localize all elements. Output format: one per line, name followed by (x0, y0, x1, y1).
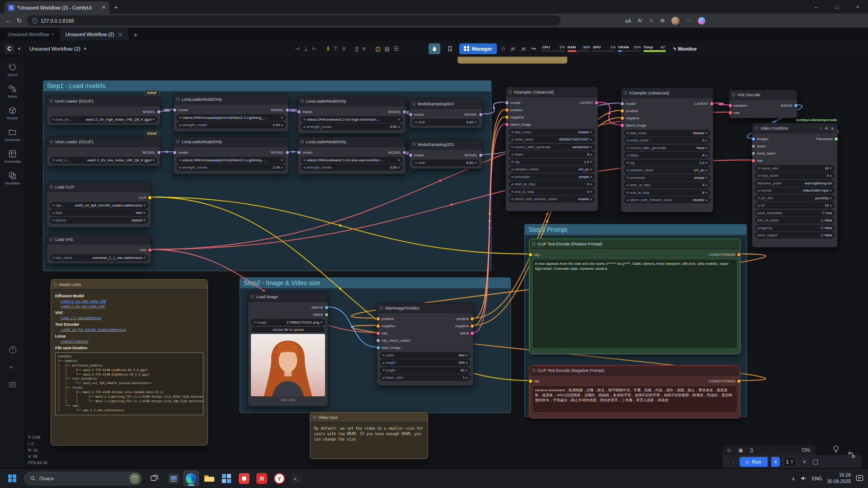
output-port-MODEL[interactable] (479, 154, 482, 157)
logo-caret-icon[interactable]: ▼ (17, 47, 21, 51)
node-header[interactable]: Load CLIP (47, 182, 151, 192)
widget-control_after_generate[interactable]: ◀control_after_generatefixed▶ (624, 145, 710, 151)
widget-strength_model[interactable]: ◀strength_model0.50▶ (301, 164, 403, 171)
widget-noise_seed[interactable]: ◀noise_seed0▶ (624, 137, 710, 144)
align-tool-icon-9[interactable]: ◫ (375, 46, 380, 52)
node-header[interactable]: CLIP Text Encode (Positive Prompt) (529, 239, 740, 249)
align-tool-icon-4[interactable]: ‖ (327, 46, 329, 52)
start-button[interactable] (5, 471, 20, 486)
widget-device[interactable]: ◀devicedefault▶ (50, 217, 148, 224)
logs-icon[interactable] (9, 381, 16, 389)
align-tool-icon-8[interactable]: ≡ (362, 46, 365, 52)
collapse-icon[interactable] (301, 140, 304, 143)
align-tool-icon-7[interactable]: ▯ (355, 46, 359, 52)
dock-drag-handle[interactable]: ⋮⋮ (726, 460, 736, 465)
widget-strength_model[interactable]: ◀strength_model1.00▶ (176, 122, 286, 128)
widget-combo-value[interactable]: ◀videoLORA\oral\wan2.2-i2v-low-oral-inse… (301, 157, 403, 164)
widget-crf[interactable]: ◀crf19▶ (755, 202, 835, 209)
output-port-MODEL[interactable] (479, 113, 482, 116)
collapse-icon[interactable] (301, 99, 304, 103)
output-port-latent[interactable] (471, 332, 474, 335)
widget-return_with_leftover_noise[interactable]: ◀return_with_leftover_noiseenable▶ (509, 196, 595, 202)
add-workflow-icon[interactable]: + (134, 31, 138, 38)
dock-braces-icon[interactable]: {} (750, 448, 753, 453)
node-unetB[interactable]: GGUFUnet Loader (GGUF)MODEL◀unet_n ...wa… (47, 136, 160, 166)
collapse-icon[interactable] (50, 99, 53, 103)
node-pos[interactable]: CLIP Text Encode (Positive Prompt)clipCO… (529, 239, 741, 354)
output-port-IMAGE[interactable] (325, 306, 328, 309)
taskbar-app-edge[interactable] (184, 471, 199, 486)
note-link[interactable]: umt5_xxl_fp8_e4m3fn_scaled.safetensors (61, 328, 203, 332)
widget-combo-value[interactable]: ◀videoLORA\oral\wan2.2-i2v-high-oral-ins… (301, 116, 403, 123)
wire-midpoint-dot[interactable] (774, 121, 776, 123)
input-port-images[interactable] (752, 137, 755, 141)
output-port-negative[interactable] (471, 324, 474, 328)
output-port-MODEL[interactable] (403, 110, 406, 113)
clock[interactable]: 16:2830.09.2025 (827, 472, 851, 484)
node-header[interactable]: CLIP Text Encode (Negative Prompt) (529, 366, 740, 375)
node-header[interactable]: ModelSamplingSD3 (410, 99, 482, 109)
input-port-positive[interactable] (377, 317, 380, 320)
sidebar-item-templates[interactable]: Templates (5, 171, 20, 185)
node-neg[interactable]: CLIP Text Encode (Negative Prompt)clipCO… (529, 365, 741, 418)
node-header[interactable]: KSampler (Advanced) (506, 87, 598, 97)
input-port-negative[interactable] (621, 117, 624, 120)
wire-midpoint-dot[interactable] (546, 213, 548, 216)
output-port-positive[interactable] (471, 317, 474, 320)
upload-button[interactable]: choose file to upload (251, 326, 325, 333)
comfyui-logo[interactable]: C (5, 44, 14, 54)
node-header[interactable]: Load VAE (47, 235, 151, 244)
widget-width[interactable]: ◀width640▶ (380, 352, 471, 359)
collapse-icon[interactable] (50, 140, 53, 143)
widget-return_with_leftover_noise[interactable]: ◀return_with_leftover_noisedisable▶ (624, 197, 710, 203)
node-header[interactable]: LoraLoaderModelOnly (174, 94, 288, 104)
output-port-CLIP[interactable] (148, 196, 151, 199)
taskbar-search[interactable]: Поиск (24, 472, 142, 485)
note-link[interactable]: wan2.2_i2v_high_noise_14B (61, 299, 203, 303)
tray-chevron-icon[interactable]: ∧ (792, 476, 795, 481)
wire-midpoint-dot[interactable] (493, 107, 495, 109)
widget-start_at_step[interactable]: ◀start_at_step0▶ (509, 181, 595, 188)
collections-icon[interactable]: ⊞ (660, 18, 665, 23)
minimap-icon[interactable] (848, 451, 855, 460)
window-maximize-icon[interactable]: □ (826, 0, 847, 14)
note-link[interactable]: wan_2.1_vae.safetensors (61, 316, 203, 320)
input-port-latent_image[interactable] (505, 123, 509, 126)
align-tool-icon-3[interactable]: ⊢ (312, 46, 317, 52)
workflow-tab-1[interactable]: Unsaved Workflow • (2, 28, 60, 41)
widget-filename_prefix[interactable]: filename_prefixwan-lightning-t2v (755, 180, 835, 187)
node-loraC[interactable]: LoraLoaderModelOnlymodelMODEL◀videoLORA\… (173, 136, 289, 174)
widget-sampler_name[interactable]: ◀sampler_nameuni_pc▶ (509, 166, 595, 173)
output-port-LATENT[interactable] (595, 101, 598, 104)
widget-steps[interactable]: ◀steps8▶ (624, 152, 710, 159)
input-port-model[interactable] (173, 151, 176, 154)
input-port-audio[interactable] (752, 145, 755, 148)
run-button[interactable]: ▷ Run (740, 457, 768, 467)
widget-scheduler[interactable]: ◀schedulersimple▶ (509, 174, 595, 180)
input-port-meta_batch[interactable] (752, 152, 755, 155)
node-msA[interactable]: ModelSamplingSD3modelMODEL◀shift5.00▶ (409, 99, 482, 128)
task-view-button[interactable] (146, 471, 162, 486)
widget-clip ...[interactable]: ◀clip ...umt5_xxl_fp8_e4m3fn_scaled.safe… (50, 202, 148, 209)
input-port-clip[interactable] (529, 380, 532, 383)
widget-pix_fmt[interactable]: ◀pix_fmtyuv420p▶ (755, 195, 835, 202)
input-port-clip_vision_output[interactable] (377, 339, 380, 342)
browser-tab[interactable]: C *Unsaved Workflow (2) - ComfyUI ✕ (5, 1, 109, 14)
widget-save_output[interactable]: save_outputfalse (755, 232, 835, 239)
widget-strength_model[interactable]: ◀strength_model1.00▶ (176, 164, 286, 171)
node-loraB[interactable]: LoraLoaderModelOnlymodelMODEL◀videoLORA\… (297, 96, 406, 134)
taskbar-app-app-window[interactable] (166, 471, 181, 486)
node-img[interactable]: Load ImageIMAGEMASK◀image1736591711101.p… (248, 291, 328, 407)
widget-pingpong[interactable]: pingpongfalse (755, 225, 835, 231)
canvas-style-button[interactable] (429, 43, 440, 54)
clear-queue-icon[interactable]: ✕ (802, 459, 807, 465)
output-port-MODEL[interactable] (286, 108, 289, 112)
clipped-note-node[interactable] (458, 56, 567, 64)
collapse-icon[interactable] (532, 242, 535, 245)
wire[interactable] (598, 102, 621, 125)
link-render-toggle-icon[interactable]: ∿ (509, 46, 516, 52)
collapse-icon[interactable] (509, 90, 512, 94)
widget-shift[interactable]: ◀shift5.00▶ (412, 119, 479, 126)
input-port-negative[interactable] (505, 116, 509, 119)
unpin-icon[interactable] (118, 32, 123, 37)
